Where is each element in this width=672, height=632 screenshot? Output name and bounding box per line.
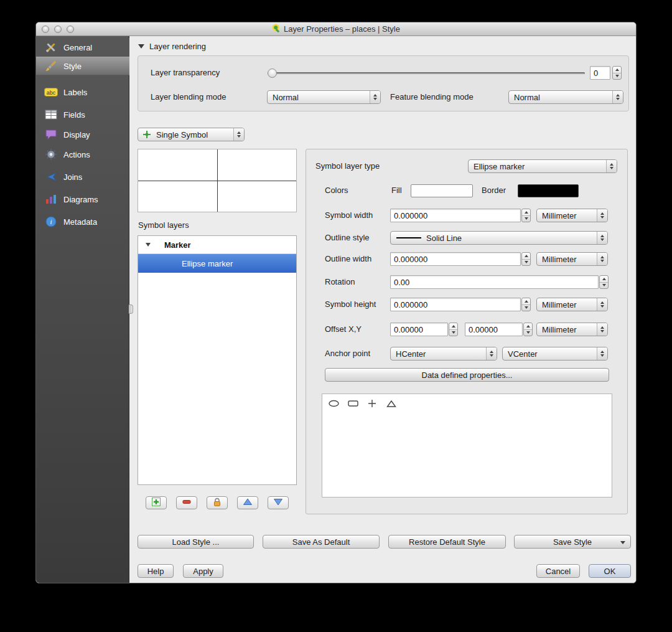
- stepper-down-icon[interactable]: [524, 329, 532, 336]
- tree-layer-ellipse-marker[interactable]: Ellipse marker: [138, 254, 296, 273]
- rounded-rect-preset-icon[interactable]: [347, 399, 358, 408]
- lock-color-button[interactable]: [207, 496, 228, 509]
- symbol-width-input[interactable]: [390, 209, 521, 222]
- sidebar-item-style[interactable]: Style: [36, 57, 129, 75]
- symbol-layer-type-dropdown[interactable]: Ellipse marker: [468, 159, 617, 173]
- stepper-up-icon[interactable]: [522, 253, 530, 259]
- anchor-horizontal-dropdown[interactable]: HCenter: [390, 347, 497, 361]
- minimize-button[interactable]: [54, 26, 62, 33]
- symbol-width-label: Symbol width: [325, 209, 373, 222]
- symbol-height-stepper[interactable]: [521, 298, 531, 311]
- outline-width-stepper[interactable]: [521, 252, 531, 266]
- rotation-input[interactable]: [390, 275, 599, 289]
- layer-blending-dropdown[interactable]: Normal: [267, 90, 381, 104]
- stepper-up-icon[interactable]: [613, 67, 621, 73]
- layer-rendering-group: Layer transparency Layer blending mode N…: [138, 55, 629, 111]
- move-up-button[interactable]: [237, 496, 258, 509]
- tree-disclosure-icon[interactable]: [146, 243, 151, 247]
- stepper-up-icon[interactable]: [522, 209, 530, 215]
- symbol-height-unit-dropdown[interactable]: Millimeter: [536, 298, 608, 311]
- data-defined-properties-button[interactable]: Data defined properties...: [325, 368, 609, 382]
- sidebar-item-diagrams[interactable]: Diagrams: [36, 191, 129, 208]
- sidebar-item-labels[interactable]: abc Labels: [36, 83, 129, 101]
- stepper-down-icon[interactable]: [600, 282, 608, 289]
- help-button[interactable]: Help: [138, 564, 174, 578]
- anchor-point-label: Anchor point: [325, 347, 370, 361]
- outline-width-unit-dropdown[interactable]: Millimeter: [536, 252, 608, 266]
- sidebar-item-label: Labels: [63, 88, 87, 97]
- stepper-down-icon[interactable]: [613, 73, 621, 80]
- cross-preset-icon[interactable]: [366, 399, 378, 408]
- offset-label: Offset X,Y: [325, 323, 362, 336]
- load-style-button[interactable]: Load Style ...: [138, 535, 254, 549]
- table-icon: [44, 110, 58, 120]
- layer-transparency-stepper[interactable]: [612, 66, 622, 80]
- stepper-down-icon[interactable]: [522, 259, 530, 266]
- border-color-swatch[interactable]: [518, 184, 579, 197]
- join-arrow-icon: [44, 172, 58, 182]
- layer-transparency-slider[interactable]: [268, 68, 585, 78]
- slider-thumb[interactable]: [268, 68, 277, 78]
- cancel-button[interactable]: Cancel: [536, 564, 580, 578]
- fill-color-swatch[interactable]: [411, 184, 473, 197]
- sidebar-item-display[interactable]: Display: [36, 126, 129, 143]
- offset-y-stepper[interactable]: [523, 323, 533, 336]
- restore-default-style-button[interactable]: Restore Default Style: [388, 535, 506, 549]
- tree-group-label: Marker: [151, 240, 191, 250]
- renderer-dropdown[interactable]: Single Symbol: [138, 128, 245, 141]
- feature-blending-dropdown[interactable]: Normal: [508, 90, 623, 104]
- save-style-button[interactable]: Save Style: [514, 535, 631, 549]
- sidebar-item-metadata[interactable]: i Metadata: [36, 213, 129, 230]
- add-symbol-layer-button[interactable]: [146, 496, 167, 509]
- anchor-vertical-dropdown[interactable]: VCenter: [502, 347, 608, 361]
- sidebar-item-fields[interactable]: Fields: [36, 106, 129, 123]
- sidebar-item-actions[interactable]: Actions: [36, 146, 129, 163]
- offset-x-input[interactable]: [390, 323, 448, 336]
- stepper-down-icon[interactable]: [522, 215, 530, 222]
- offset-unit-dropdown[interactable]: Millimeter: [536, 323, 608, 336]
- stepper-down-icon[interactable]: [522, 304, 530, 311]
- symbol-width-unit-dropdown[interactable]: Millimeter: [536, 209, 608, 222]
- splitter-handle[interactable]: [129, 304, 133, 314]
- down-arrow-icon: [273, 498, 283, 508]
- stepper-down-icon[interactable]: [449, 329, 457, 336]
- colors-label: Colors: [325, 184, 348, 197]
- sidebar-item-label: Style: [63, 62, 82, 71]
- symbol-layers-tree: Marker Ellipse marker: [138, 235, 297, 485]
- outline-width-label: Outline width: [325, 252, 371, 266]
- stepper-up-icon[interactable]: [524, 323, 532, 329]
- sidebar-item-general[interactable]: General: [36, 38, 129, 57]
- apply-button[interactable]: Apply: [183, 564, 223, 578]
- stepper-up-icon[interactable]: [522, 298, 530, 304]
- sidebar-item-joins[interactable]: Joins: [36, 168, 129, 186]
- remove-symbol-layer-button[interactable]: [176, 496, 197, 509]
- layer-rendering-disclosure[interactable]: Layer rendering: [138, 42, 206, 51]
- offset-y-input[interactable]: [465, 323, 523, 336]
- symbol-width-stepper[interactable]: [521, 209, 531, 222]
- outline-width-input[interactable]: [390, 252, 521, 266]
- zoom-button[interactable]: [67, 26, 74, 33]
- ellipse-preset-icon[interactable]: [328, 399, 339, 408]
- abc-label-icon: abc: [44, 88, 58, 97]
- save-as-default-button[interactable]: Save As Default: [263, 535, 380, 549]
- info-icon: i: [44, 216, 58, 227]
- dropdown-arrows-icon: [370, 91, 380, 103]
- dropdown-arrows-icon: [597, 323, 607, 336]
- layer-transparency-input[interactable]: [590, 66, 610, 80]
- move-down-button[interactable]: [268, 496, 289, 509]
- rotation-stepper[interactable]: [599, 275, 609, 289]
- dropdown-arrows-icon: [612, 91, 623, 103]
- triangle-preset-icon[interactable]: [386, 399, 397, 408]
- ok-button[interactable]: OK: [589, 564, 631, 578]
- stepper-up-icon[interactable]: [600, 276, 608, 282]
- window-titlebar[interactable]: Layer Properties – places | Style: [36, 22, 636, 36]
- stepper-up-icon[interactable]: [449, 323, 457, 329]
- close-button[interactable]: [42, 26, 49, 33]
- plus-icon: [151, 497, 161, 509]
- offset-x-stepper[interactable]: [449, 323, 458, 336]
- outline-style-dropdown[interactable]: Solid Line: [390, 231, 608, 245]
- sidebar-item-label: Actions: [63, 150, 90, 159]
- symbol-height-input[interactable]: [390, 298, 521, 311]
- up-arrow-icon: [243, 498, 253, 508]
- tree-group-marker[interactable]: Marker: [138, 236, 296, 254]
